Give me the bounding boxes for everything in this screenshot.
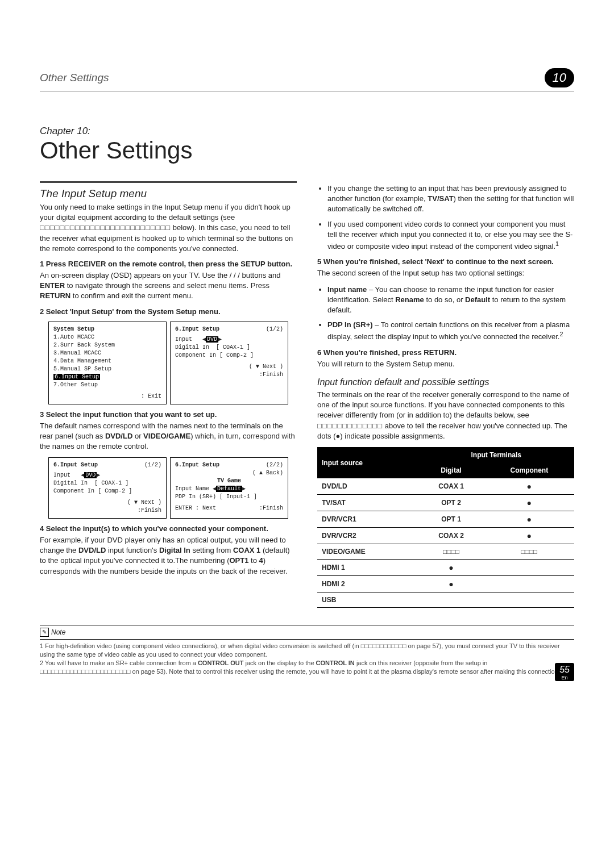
th-component: Component [484,463,574,478]
step-1-body: An on-screen display (OSD) appears on yo… [40,270,297,302]
step-3: 3 Select the input function that you wan… [40,410,297,419]
step-6: 6 When you're finished, press RETURN. [317,348,574,357]
table-row: USB [317,592,574,608]
table-row: DVR/VCR2COAX 2● [317,528,574,544]
osd-row-1: System Setup 1.Auto MCACC 2.Surr Back Sy… [40,322,297,404]
table-row: TV/SATOPT 2● [317,495,574,511]
table-row: HDMI 2● [317,576,574,592]
page-header: Other Settings 10 [40,68,574,91]
chapter-label: Chapter 10: [40,126,574,137]
section-input-setup: The Input Setup menu [40,181,297,200]
intro-text: You only need to make settings in the In… [40,202,297,254]
osd-input-setup-1: 6.Input Setup(1/2) Input ◀DVD▶ Digital I… [170,322,288,404]
osd-input-setup-2: 6.Input Setup(1/2) Input ◀DVD▶ Digital I… [48,457,167,519]
step-2: 2 Select 'Input Setup' from the System S… [40,307,297,316]
step-5: 5 When you're finished, select 'Next' to… [317,257,574,266]
osd-input-setup-3: 6.Input Setup(2/2) ( ▲ Back) TV Game Inp… [170,457,288,519]
option-pdp-in: PDP In (SR+) – To control certain functi… [327,320,574,343]
th-input-terminals: Input Terminals [418,448,574,463]
note-label: ✎Note [40,628,65,637]
note-divider [40,625,574,625]
osd-system-setup: System Setup 1.Auto MCACC 2.Surr Back Sy… [48,322,167,404]
right-column: If you change the setting to an input th… [317,181,574,608]
table-row: DVD/LDCOAX 1● [317,478,574,495]
th-digital: Digital [418,463,484,478]
input-terminals-table: Input source Input Terminals Digital Com… [317,447,574,608]
sub-section-body: The terminals on the rear of the receive… [317,390,574,441]
step-5-body: The second screen of the Input setup has… [317,268,574,278]
footnotes: 1 For high-definition video (using compo… [40,639,574,675]
note-component-video: If you used component video cords to con… [327,219,574,252]
options-list: Input name – You can choose to rename th… [327,285,574,343]
th-input-source: Input source [317,448,418,478]
notes-list: If you change the setting to an input th… [327,183,574,252]
footnote-2: 2 You will have to make an SR+ cable con… [40,659,574,676]
chapter-number-badge: 10 [545,68,574,87]
step-4: 4 Select the input(s) to which you've co… [40,524,297,533]
step-1: 1 Press RECEIVER on the remote control, … [40,260,297,268]
table-row: DVR/VCR1OPT 1● [317,511,574,528]
page-number: 55 En [555,663,574,681]
page-title: Other Settings [40,137,574,164]
option-input-name: Input name – You can choose to rename th… [327,285,574,316]
pencil-icon: ✎ [40,628,49,637]
sub-section-defaults: Input function default and possible sett… [317,377,574,387]
step-4-body: For example, if your DVD player only has… [40,535,297,577]
left-column: The Input Setup menu You only need to ma… [40,181,297,608]
table-row: HDMI 1● [317,560,574,576]
table-row: VIDEO/GAME□□□□□□□□ [317,544,574,560]
step-6-body: You will return to the System Setup menu… [317,359,574,369]
footnote-1: 1 For high-definition video (using compo… [40,642,574,659]
note-change-assignment: If you change the setting to an input th… [327,183,574,215]
step-3-body: The default names correspond with the na… [40,421,297,452]
osd-row-2: 6.Input Setup(1/2) Input ◀DVD▶ Digital I… [40,457,297,519]
header-section: Other Settings [40,72,109,84]
